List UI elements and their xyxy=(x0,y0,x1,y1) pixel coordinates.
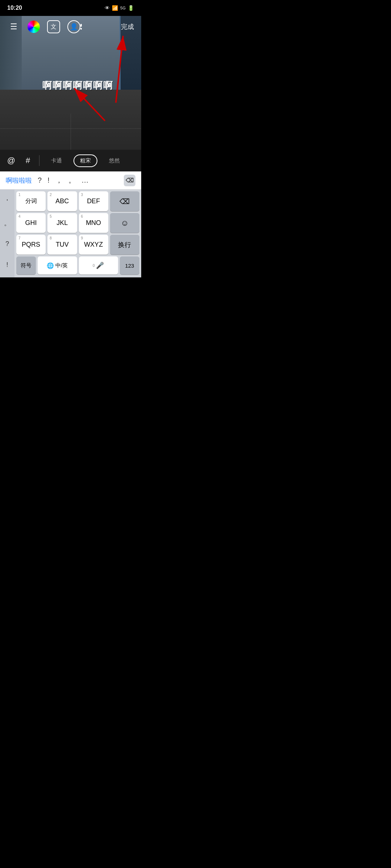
key-bottom-row: 符号 🌐 中/英 0 🎤 123 xyxy=(14,255,141,277)
key-num-8: 8 xyxy=(50,236,52,240)
at-icon[interactable]: @ xyxy=(6,156,17,165)
key-num-3: 3 xyxy=(81,193,83,197)
ime-candidate[interactable]: 啊啦啦啦 xyxy=(6,176,32,185)
wifi-icon: 📶 xyxy=(112,5,118,11)
font-cartoon[interactable]: 卡通 xyxy=(45,155,68,166)
key-question[interactable]: ? xyxy=(0,234,14,254)
text-overlay[interactable]: 啊啊啊啊啊啊啊 xyxy=(42,79,113,92)
floor-line-v xyxy=(71,114,71,150)
key-label-ghi: GHI xyxy=(25,219,37,227)
emoji-icon: ☺ xyxy=(121,218,129,228)
key-jkl[interactable]: 5 JKL xyxy=(47,213,77,233)
punct-ellipsis[interactable]: … xyxy=(81,176,89,184)
camera-toolbar: ☰ 文 👤 完成 xyxy=(0,16,141,38)
key-emoji[interactable]: ☺ xyxy=(110,213,139,233)
key-symbol[interactable]: 符号 xyxy=(16,256,36,275)
key-tuv[interactable]: 8 TUV xyxy=(47,235,77,255)
key-label-def: DEF xyxy=(87,197,100,205)
key-exclaim[interactable]: ! xyxy=(0,255,14,275)
key-mno[interactable]: 6 MNO xyxy=(79,213,108,233)
hash-icon[interactable]: # xyxy=(22,156,33,165)
key-123[interactable]: 123 xyxy=(120,256,139,275)
key-num-4: 4 xyxy=(18,214,21,218)
ime-delete-button[interactable]: ⌫ xyxy=(124,175,135,186)
key-row-3: 7 PQRS 8 TUV 9 WXYZ 换行 xyxy=(14,233,141,255)
punct-period[interactable]: 。 xyxy=(68,175,76,185)
key-apostrophe[interactable]: ' xyxy=(0,192,14,212)
key-ghi[interactable]: 4 GHI xyxy=(16,213,46,233)
key-num-7: 7 xyxy=(18,236,21,240)
key-label-abc: ABC xyxy=(55,197,69,205)
battery-icon: 🔋 xyxy=(128,5,134,11)
key-num-6: 6 xyxy=(81,214,83,218)
symbol-label: 符号 xyxy=(21,262,31,269)
color-wheel-icon[interactable] xyxy=(28,21,40,33)
mic-num: 0 xyxy=(93,264,95,268)
key-label-tuv: TUV xyxy=(56,241,69,248)
text-style-icon[interactable]: 文 xyxy=(47,20,60,33)
key-return-right[interactable]: 换行 xyxy=(110,235,139,255)
return-icon: 换行 xyxy=(118,241,131,249)
key-abc[interactable]: 2 ABC xyxy=(47,191,77,211)
key-backspace[interactable]: ⌫ xyxy=(110,191,139,211)
mic-icon: 🎤 xyxy=(96,261,104,269)
done-button[interactable]: 完成 xyxy=(121,22,134,31)
backspace-key-icon: ⌫ xyxy=(119,197,130,206)
key-space[interactable]: 0 🎤 xyxy=(79,256,118,275)
key-left-col: ' 。 ? ! xyxy=(0,190,14,277)
status-icons: 👁 📶 5G 🔋 xyxy=(105,5,134,11)
status-time: 10:20 xyxy=(7,5,22,11)
key-label-pqrs: PQRS xyxy=(22,241,40,248)
key-label-fenci: 分词 xyxy=(25,197,37,205)
status-bar: 10:20 👁 📶 5G 🔋 xyxy=(0,0,141,16)
punct-question[interactable]: ? xyxy=(38,176,42,184)
key-fenci[interactable]: 1 分词 xyxy=(16,191,46,211)
key-num-1: 1 xyxy=(18,193,21,197)
key-period-cn[interactable]: 。 xyxy=(0,213,14,233)
voice-icon[interactable]: 👤 xyxy=(67,20,80,33)
num-label: 123 xyxy=(125,263,134,269)
key-pqrs[interactable]: 7 PQRS xyxy=(16,235,46,255)
eye-icon: 👁 xyxy=(105,5,110,11)
key-label-mno: MNO xyxy=(86,219,101,227)
key-row-2: 4 GHI 5 JKL 6 MNO ☺ xyxy=(14,211,141,233)
ime-suggestion-bar: 啊啦啦啦 ? ! ， 。 … ⌫ xyxy=(0,171,141,190)
key-num-5: 5 xyxy=(50,214,52,218)
key-num-9: 9 xyxy=(81,236,83,240)
font-bar: @ # 卡通 粗宋 悠然 xyxy=(0,150,141,171)
backspace-icon: ⌫ xyxy=(126,177,134,184)
key-wxyz[interactable]: 9 WXYZ xyxy=(79,235,108,255)
keyboard: ' 。 ? ! 1 分词 2 ABC 3 DEF xyxy=(0,190,141,277)
keyboard-main: 1 分词 2 ABC 3 DEF ⌫ 4 GHI xyxy=(14,190,141,277)
signal-icon: 5G xyxy=(120,6,126,10)
key-label-jkl: JKL xyxy=(56,219,68,227)
key-def[interactable]: 3 DEF xyxy=(79,191,108,211)
punct-comma[interactable]: ， xyxy=(55,175,63,185)
menu-icon[interactable]: ☰ xyxy=(7,20,20,33)
font-bar-divider xyxy=(39,155,39,166)
font-youran[interactable]: 悠然 xyxy=(103,155,126,166)
globe-icon: 🌐 xyxy=(47,262,54,269)
key-row-1: 1 分词 2 ABC 3 DEF ⌫ xyxy=(14,190,141,211)
key-lang[interactable]: 🌐 中/英 xyxy=(38,256,77,275)
key-label-wxyz: WXYZ xyxy=(84,241,103,248)
font-cusong[interactable]: 粗宋 xyxy=(73,154,97,167)
keyboard-row-1: ' 。 ? ! 1 分词 2 ABC 3 DEF xyxy=(0,190,141,277)
camera-view: ☰ 文 👤 完成 啊啊啊啊啊啊啊 xyxy=(0,16,141,150)
lang-label: 中/英 xyxy=(55,262,68,269)
floor xyxy=(0,90,141,150)
punct-exclaim[interactable]: ! xyxy=(47,176,50,184)
key-num-2: 2 xyxy=(50,193,52,197)
